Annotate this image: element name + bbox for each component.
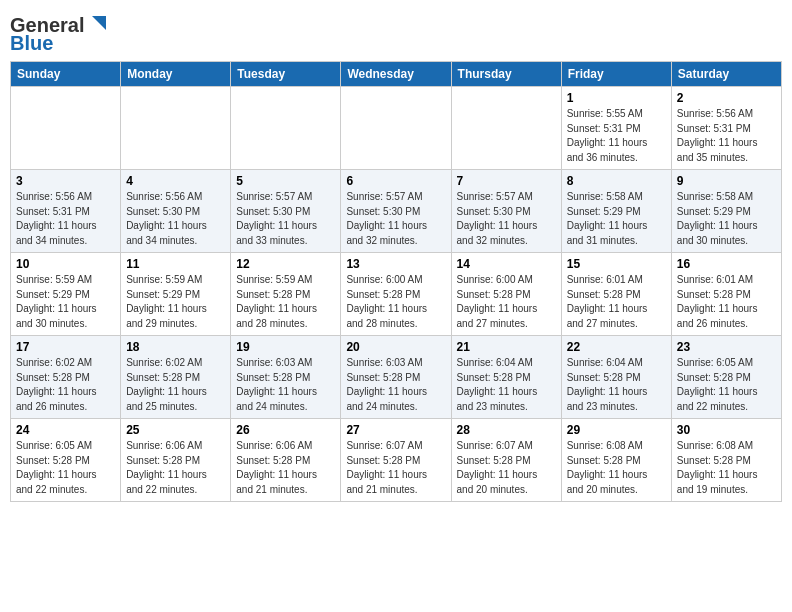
day-info: Sunrise: 6:03 AM Sunset: 5:28 PM Dayligh… <box>346 356 445 414</box>
day-number: 13 <box>346 257 445 271</box>
col-header-monday: Monday <box>121 62 231 87</box>
calendar-cell: 13Sunrise: 6:00 AM Sunset: 5:28 PM Dayli… <box>341 253 451 336</box>
day-number: 26 <box>236 423 335 437</box>
calendar-cell: 20Sunrise: 6:03 AM Sunset: 5:28 PM Dayli… <box>341 336 451 419</box>
day-number: 14 <box>457 257 556 271</box>
calendar-cell: 8Sunrise: 5:58 AM Sunset: 5:29 PM Daylig… <box>561 170 671 253</box>
calendar-cell: 5Sunrise: 5:57 AM Sunset: 5:30 PM Daylig… <box>231 170 341 253</box>
calendar-table: SundayMondayTuesdayWednesdayThursdayFrid… <box>10 61 782 502</box>
day-info: Sunrise: 6:06 AM Sunset: 5:28 PM Dayligh… <box>236 439 335 497</box>
day-info: Sunrise: 5:56 AM Sunset: 5:31 PM Dayligh… <box>677 107 776 165</box>
day-number: 7 <box>457 174 556 188</box>
day-info: Sunrise: 6:02 AM Sunset: 5:28 PM Dayligh… <box>16 356 115 414</box>
calendar-week-row: 10Sunrise: 5:59 AM Sunset: 5:29 PM Dayli… <box>11 253 782 336</box>
day-info: Sunrise: 5:57 AM Sunset: 5:30 PM Dayligh… <box>457 190 556 248</box>
day-info: Sunrise: 6:05 AM Sunset: 5:28 PM Dayligh… <box>677 356 776 414</box>
calendar-cell: 22Sunrise: 6:04 AM Sunset: 5:28 PM Dayli… <box>561 336 671 419</box>
day-number: 5 <box>236 174 335 188</box>
day-number: 2 <box>677 91 776 105</box>
calendar-cell: 3Sunrise: 5:56 AM Sunset: 5:31 PM Daylig… <box>11 170 121 253</box>
day-info: Sunrise: 5:57 AM Sunset: 5:30 PM Dayligh… <box>236 190 335 248</box>
calendar-cell: 27Sunrise: 6:07 AM Sunset: 5:28 PM Dayli… <box>341 419 451 502</box>
day-number: 24 <box>16 423 115 437</box>
logo: General Blue <box>10 14 108 55</box>
calendar-cell: 21Sunrise: 6:04 AM Sunset: 5:28 PM Dayli… <box>451 336 561 419</box>
day-number: 22 <box>567 340 666 354</box>
day-info: Sunrise: 5:58 AM Sunset: 5:29 PM Dayligh… <box>677 190 776 248</box>
logo-triangle-icon <box>86 12 108 34</box>
calendar-cell: 14Sunrise: 6:00 AM Sunset: 5:28 PM Dayli… <box>451 253 561 336</box>
calendar-cell: 2Sunrise: 5:56 AM Sunset: 5:31 PM Daylig… <box>671 87 781 170</box>
calendar-week-row: 17Sunrise: 6:02 AM Sunset: 5:28 PM Dayli… <box>11 336 782 419</box>
day-info: Sunrise: 6:01 AM Sunset: 5:28 PM Dayligh… <box>567 273 666 331</box>
day-info: Sunrise: 6:08 AM Sunset: 5:28 PM Dayligh… <box>567 439 666 497</box>
day-number: 25 <box>126 423 225 437</box>
day-number: 28 <box>457 423 556 437</box>
day-number: 12 <box>236 257 335 271</box>
col-header-tuesday: Tuesday <box>231 62 341 87</box>
day-info: Sunrise: 6:07 AM Sunset: 5:28 PM Dayligh… <box>346 439 445 497</box>
col-header-sunday: Sunday <box>11 62 121 87</box>
calendar-cell: 26Sunrise: 6:06 AM Sunset: 5:28 PM Dayli… <box>231 419 341 502</box>
calendar-week-row: 24Sunrise: 6:05 AM Sunset: 5:28 PM Dayli… <box>11 419 782 502</box>
day-info: Sunrise: 6:02 AM Sunset: 5:28 PM Dayligh… <box>126 356 225 414</box>
day-number: 9 <box>677 174 776 188</box>
day-info: Sunrise: 6:08 AM Sunset: 5:28 PM Dayligh… <box>677 439 776 497</box>
calendar-cell <box>11 87 121 170</box>
day-number: 4 <box>126 174 225 188</box>
day-number: 29 <box>567 423 666 437</box>
calendar-cell: 30Sunrise: 6:08 AM Sunset: 5:28 PM Dayli… <box>671 419 781 502</box>
calendar-cell: 7Sunrise: 5:57 AM Sunset: 5:30 PM Daylig… <box>451 170 561 253</box>
page-header: General Blue <box>10 10 782 55</box>
calendar-cell: 25Sunrise: 6:06 AM Sunset: 5:28 PM Dayli… <box>121 419 231 502</box>
day-number: 8 <box>567 174 666 188</box>
day-info: Sunrise: 5:59 AM Sunset: 5:29 PM Dayligh… <box>126 273 225 331</box>
col-header-thursday: Thursday <box>451 62 561 87</box>
calendar-cell: 23Sunrise: 6:05 AM Sunset: 5:28 PM Dayli… <box>671 336 781 419</box>
calendar-cell: 17Sunrise: 6:02 AM Sunset: 5:28 PM Dayli… <box>11 336 121 419</box>
svg-marker-0 <box>92 16 106 30</box>
calendar-cell: 11Sunrise: 5:59 AM Sunset: 5:29 PM Dayli… <box>121 253 231 336</box>
calendar-week-row: 1Sunrise: 5:55 AM Sunset: 5:31 PM Daylig… <box>11 87 782 170</box>
day-info: Sunrise: 6:00 AM Sunset: 5:28 PM Dayligh… <box>346 273 445 331</box>
day-info: Sunrise: 6:05 AM Sunset: 5:28 PM Dayligh… <box>16 439 115 497</box>
col-header-wednesday: Wednesday <box>341 62 451 87</box>
day-info: Sunrise: 6:07 AM Sunset: 5:28 PM Dayligh… <box>457 439 556 497</box>
day-info: Sunrise: 6:00 AM Sunset: 5:28 PM Dayligh… <box>457 273 556 331</box>
day-number: 30 <box>677 423 776 437</box>
day-number: 16 <box>677 257 776 271</box>
day-info: Sunrise: 6:01 AM Sunset: 5:28 PM Dayligh… <box>677 273 776 331</box>
day-number: 15 <box>567 257 666 271</box>
day-number: 10 <box>16 257 115 271</box>
day-info: Sunrise: 5:59 AM Sunset: 5:28 PM Dayligh… <box>236 273 335 331</box>
calendar-cell: 6Sunrise: 5:57 AM Sunset: 5:30 PM Daylig… <box>341 170 451 253</box>
calendar-cell: 16Sunrise: 6:01 AM Sunset: 5:28 PM Dayli… <box>671 253 781 336</box>
calendar-cell: 9Sunrise: 5:58 AM Sunset: 5:29 PM Daylig… <box>671 170 781 253</box>
day-info: Sunrise: 6:04 AM Sunset: 5:28 PM Dayligh… <box>457 356 556 414</box>
calendar-cell: 12Sunrise: 5:59 AM Sunset: 5:28 PM Dayli… <box>231 253 341 336</box>
col-header-saturday: Saturday <box>671 62 781 87</box>
calendar-cell: 24Sunrise: 6:05 AM Sunset: 5:28 PM Dayli… <box>11 419 121 502</box>
day-number: 6 <box>346 174 445 188</box>
calendar-cell: 28Sunrise: 6:07 AM Sunset: 5:28 PM Dayli… <box>451 419 561 502</box>
day-number: 17 <box>16 340 115 354</box>
day-info: Sunrise: 5:55 AM Sunset: 5:31 PM Dayligh… <box>567 107 666 165</box>
day-info: Sunrise: 5:58 AM Sunset: 5:29 PM Dayligh… <box>567 190 666 248</box>
day-info: Sunrise: 6:03 AM Sunset: 5:28 PM Dayligh… <box>236 356 335 414</box>
day-info: Sunrise: 6:06 AM Sunset: 5:28 PM Dayligh… <box>126 439 225 497</box>
calendar-cell: 18Sunrise: 6:02 AM Sunset: 5:28 PM Dayli… <box>121 336 231 419</box>
day-number: 20 <box>346 340 445 354</box>
calendar-cell <box>451 87 561 170</box>
col-header-friday: Friday <box>561 62 671 87</box>
calendar-cell: 15Sunrise: 6:01 AM Sunset: 5:28 PM Dayli… <box>561 253 671 336</box>
day-number: 27 <box>346 423 445 437</box>
calendar-cell <box>121 87 231 170</box>
day-info: Sunrise: 5:56 AM Sunset: 5:31 PM Dayligh… <box>16 190 115 248</box>
day-info: Sunrise: 5:56 AM Sunset: 5:30 PM Dayligh… <box>126 190 225 248</box>
day-info: Sunrise: 6:04 AM Sunset: 5:28 PM Dayligh… <box>567 356 666 414</box>
day-number: 11 <box>126 257 225 271</box>
day-info: Sunrise: 5:59 AM Sunset: 5:29 PM Dayligh… <box>16 273 115 331</box>
calendar-cell <box>341 87 451 170</box>
day-number: 23 <box>677 340 776 354</box>
calendar-week-row: 3Sunrise: 5:56 AM Sunset: 5:31 PM Daylig… <box>11 170 782 253</box>
